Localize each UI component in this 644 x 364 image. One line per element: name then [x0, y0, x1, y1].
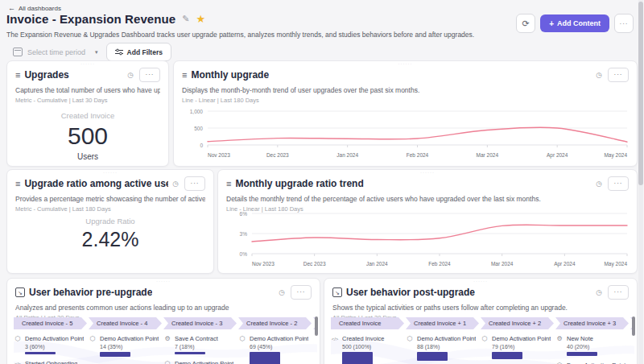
path-item-bar — [567, 352, 597, 356]
card-monthly-upgrade: ······ ≡ Monthly upgrade ◷ ··· Displays … — [173, 60, 638, 167]
card-more-button[interactable]: ··· — [608, 285, 629, 300]
flow-step-column: Created Invoice + 2⬡Demo Activation Poin… — [481, 317, 555, 364]
card-pre-upgrade: ······ ↘ User behavior pre-upgrade ◷ ···… — [6, 278, 320, 364]
path-item[interactable]: ⚙New Note40 (20%) — [555, 335, 630, 356]
svg-text:Dec 2023: Dec 2023 — [303, 261, 326, 267]
cube-icon: ⬡ — [481, 336, 489, 342]
flow-step-header[interactable]: Created Invoice - 5 — [14, 317, 87, 329]
card-meta: Metric - Cumulative | Last 180 Days — [15, 205, 205, 213]
card-more-button[interactable]: ··· — [291, 285, 312, 300]
path-item-count: 14 (35%) — [100, 344, 159, 350]
card-title[interactable]: User behavior pre-upgrade — [29, 287, 152, 298]
post-upgrade-flow: Created Invoice</>Created Invoice500 (10… — [331, 317, 634, 364]
svg-text:Apr 2024: Apr 2024 — [554, 261, 576, 267]
flows-icon: ↘ — [15, 287, 25, 297]
code-icon: </> — [331, 337, 339, 341]
path-item[interactable]: ⬡Demo Activation Point6 (15%) — [163, 360, 238, 364]
edit-title-icon[interactable]: ✎ — [182, 14, 189, 24]
flow-step-header[interactable]: Created Invoice + 2 — [481, 317, 554, 329]
card-scrollbar-thumb[interactable] — [315, 316, 318, 336]
favorite-star-icon[interactable]: ★ — [196, 13, 205, 25]
cube-icon: ⬡ — [406, 336, 414, 342]
card-more-button[interactable]: ··· — [608, 68, 629, 82]
card-title[interactable]: Monthly upgrade — [191, 69, 269, 81]
svg-text:Mar 2024: Mar 2024 — [491, 261, 514, 267]
svg-text:Nov 2023: Nov 2023 — [208, 152, 230, 158]
card-upgrades: ······ ≡ Upgrades ◷ ··· Captures the tot… — [6, 60, 169, 167]
svg-text:1,000: 1,000 — [190, 109, 204, 114]
page-scrollbar-thumb[interactable] — [638, 2, 643, 185]
path-item-count: 7 (18%) — [175, 344, 233, 350]
metric-label: Created Invoice — [7, 111, 168, 120]
filter-icon — [115, 48, 123, 56]
path-item[interactable]: ⬡Demo Activation Point88 (18%) — [406, 335, 481, 361]
card-more-button[interactable]: ··· — [608, 176, 629, 191]
path-item[interactable]: ⬡Demo Activation Point79 (16%) — [481, 335, 555, 359]
path-item-name: Demo Activation Point — [250, 335, 308, 342]
page-title: Invoice - Expansion Revenue — [6, 12, 175, 26]
page-description: The Expansion Revenue & Upgrades Dashboa… — [6, 31, 474, 39]
path-item-count: 40 (20%) — [567, 344, 625, 350]
path-item[interactable]: </>Started Onboarding2 (40%) — [14, 360, 89, 364]
path-item-bar — [25, 352, 56, 354]
svg-text:May 2024: May 2024 — [604, 261, 627, 267]
card-description: Captures the total number of users who h… — [15, 86, 160, 94]
flow-step-header[interactable]: Created Invoice - 2 — [238, 317, 312, 329]
card-title[interactable]: Monthly upgrade ratio trend — [235, 178, 363, 189]
svg-text:6%: 6% — [240, 211, 248, 217]
card-title[interactable]: Upgrade ratio among active users — [24, 178, 168, 189]
clock-icon: ◷ — [172, 180, 179, 188]
flow-step-header[interactable]: Created Invoice + 3 — [555, 317, 629, 329]
code-icon: </> — [14, 362, 22, 364]
svg-text:Feb 2024: Feb 2024 — [428, 261, 451, 267]
svg-text:Feb 2024: Feb 2024 — [407, 152, 429, 158]
path-item-name: Started Onboarding — [25, 360, 77, 364]
clock-icon: ◷ — [596, 180, 602, 188]
add-filters-button[interactable]: Add Filters — [106, 43, 171, 61]
svg-text:Jan 2024: Jan 2024 — [366, 261, 388, 267]
svg-text:Apr 2024: Apr 2024 — [547, 152, 568, 159]
cube-icon: ⬡ — [89, 336, 97, 342]
flow-step-column: Created Invoice + 3⚙New Note40 (20%)⬡Dem… — [555, 317, 630, 364]
refresh-button[interactable]: ⟳ — [516, 14, 535, 33]
flow-step-header[interactable]: Created Invoice - 4 — [89, 317, 162, 329]
path-item[interactable]: </>Created Invoice500 (100%) — [331, 335, 406, 364]
svg-text:3%: 3% — [240, 231, 248, 237]
card-meta: Metric - Cumulative | Last 30 Days — [15, 97, 160, 104]
path-item-name: Demo Activation Point — [417, 335, 476, 342]
path-item[interactable]: ⬡Demo Activation Point3 (60%) — [14, 335, 89, 354]
cube-icon: ⬡ — [238, 336, 246, 342]
card-scrollbar-thumb[interactable] — [632, 316, 635, 336]
time-period-select[interactable]: Select time period ▾ — [13, 44, 98, 60]
path-item-bar — [250, 352, 280, 364]
dashboard-more-button[interactable]: ··· — [614, 14, 634, 33]
add-content-button[interactable]: + Add Content — [540, 14, 609, 32]
metric-label: Upgrade Ratio — [7, 217, 213, 225]
card-upgrade-ratio: ······ ≡ Upgrade ratio among active user… — [6, 169, 214, 274]
svg-text:May 2024: May 2024 — [604, 152, 627, 159]
flow-step-header[interactable]: Created Invoice — [331, 317, 404, 329]
path-item-name: New Note — [567, 335, 593, 342]
flow-step-column: Created Invoice</>Created Invoice500 (10… — [331, 317, 406, 364]
path-item[interactable]: ⚙Save A Contract7 (18%) — [163, 335, 238, 354]
card-ratio-trend: ······ ≡ Monthly upgrade ratio trend ◷ ·… — [217, 169, 638, 274]
path-item-name: Created Invoice — [342, 335, 385, 342]
clock-icon: ◷ — [279, 288, 285, 296]
flow-step-header[interactable]: Created Invoice + 1 — [406, 317, 479, 329]
gear-icon: ⚙ — [163, 336, 171, 342]
card-more-button[interactable]: ··· — [184, 176, 205, 191]
flow-step-header[interactable]: Created Invoice - 3 — [163, 317, 237, 329]
card-more-button[interactable]: ··· — [139, 68, 160, 82]
card-title[interactable]: User behavior post-upgrade — [346, 287, 475, 298]
path-item-name: Demo Activation Point — [492, 335, 551, 342]
back-to-dashboards-link[interactable]: ← All dashboards — [8, 4, 61, 12]
clock-icon: ◷ — [127, 71, 134, 79]
flow-step-column: Created Invoice - 5⬡Demo Activation Poin… — [14, 317, 89, 364]
insights-icon: ≡ — [226, 180, 231, 188]
cube-icon: ⬡ — [163, 361, 171, 364]
path-item[interactable]: ⬡Demo Activation Point14 (35%) — [89, 335, 163, 357]
path-item-bar — [100, 352, 130, 357]
path-item[interactable]: ⬡Demo Activation Point69 (45%) — [238, 335, 313, 364]
card-title[interactable]: Upgrades — [24, 69, 68, 81]
svg-text:Dec 2023: Dec 2023 — [266, 152, 289, 158]
